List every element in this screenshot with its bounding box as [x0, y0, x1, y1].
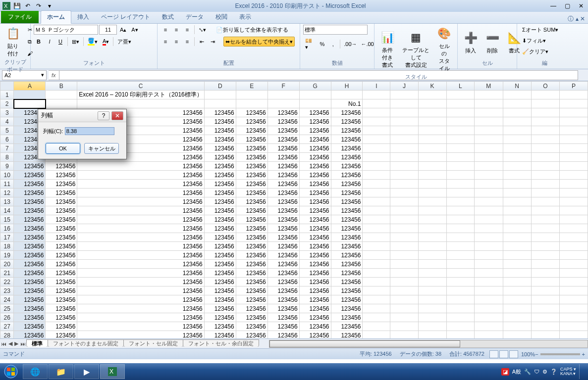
- row-header[interactable]: 11: [0, 180, 14, 189]
- cell[interactable]: 123456: [236, 251, 267, 260]
- cell[interactable]: 123456: [331, 144, 363, 153]
- cell[interactable]: 123456: [77, 322, 204, 331]
- cell[interactable]: [475, 135, 503, 144]
- tray-help-icon[interactable]: ❔: [550, 369, 557, 375]
- row-header[interactable]: 8: [0, 153, 14, 162]
- cell[interactable]: [503, 260, 531, 269]
- cell[interactable]: 123456: [14, 295, 46, 304]
- cell[interactable]: [363, 269, 390, 278]
- cell[interactable]: [531, 269, 559, 278]
- cell[interactable]: 123456: [331, 313, 363, 322]
- ime-badge-icon[interactable]: ◪: [501, 368, 509, 376]
- italic-button[interactable]: I: [45, 37, 54, 47]
- cell[interactable]: [390, 286, 418, 295]
- cell[interactable]: 123456: [267, 304, 299, 313]
- cell[interactable]: [390, 278, 418, 286]
- cell[interactable]: [418, 242, 446, 251]
- cell[interactable]: 123456: [236, 197, 267, 206]
- cell[interactable]: [390, 99, 418, 108]
- cell[interactable]: 123456: [46, 206, 77, 215]
- cell[interactable]: [531, 108, 559, 117]
- tab-page-layout[interactable]: ページ レイアウト: [95, 11, 156, 23]
- cell[interactable]: 123456: [236, 295, 267, 304]
- cell[interactable]: [531, 251, 559, 260]
- tab-file[interactable]: ファイル: [1, 11, 39, 23]
- cell[interactable]: [559, 304, 588, 313]
- cell[interactable]: [363, 126, 390, 135]
- align-middle-icon[interactable]: ≡: [171, 25, 181, 35]
- cell[interactable]: [531, 215, 559, 224]
- cell[interactable]: [236, 99, 267, 108]
- cell[interactable]: 123456: [267, 117, 299, 126]
- cell[interactable]: 123456: [299, 215, 331, 224]
- cell[interactable]: [390, 224, 418, 233]
- cell[interactable]: 123456: [331, 189, 363, 197]
- tab-view[interactable]: 表示: [233, 11, 257, 23]
- cell[interactable]: [446, 233, 475, 242]
- cell[interactable]: 123456: [14, 189, 46, 197]
- cell[interactable]: [503, 224, 531, 233]
- column-header[interactable]: A: [14, 82, 46, 91]
- cell[interactable]: [363, 215, 390, 224]
- cell[interactable]: 123456: [299, 286, 331, 295]
- cell[interactable]: [418, 224, 446, 233]
- cell[interactable]: 123456: [236, 286, 267, 295]
- column-header[interactable]: D: [204, 82, 236, 91]
- cell[interactable]: 123456: [236, 180, 267, 189]
- cell[interactable]: [475, 304, 503, 313]
- cell[interactable]: [559, 135, 588, 144]
- cell[interactable]: 123456: [14, 162, 46, 171]
- cell[interactable]: [446, 260, 475, 269]
- cell[interactable]: [503, 99, 531, 108]
- merge-center-button[interactable]: ⬌ セルを結合して中央揃え ▾: [223, 37, 295, 47]
- cell[interactable]: [390, 91, 418, 99]
- cell[interactable]: [559, 313, 588, 322]
- cell[interactable]: 123456: [299, 180, 331, 189]
- cell[interactable]: 123456: [267, 171, 299, 180]
- cell[interactable]: 123456: [46, 242, 77, 251]
- paste-button[interactable]: 📋 貼り付け: [3, 25, 23, 58]
- cell[interactable]: [531, 117, 559, 126]
- cell[interactable]: [503, 269, 531, 278]
- cell[interactable]: [559, 233, 588, 242]
- column-header[interactable]: O: [531, 82, 559, 91]
- cell[interactable]: [531, 313, 559, 322]
- row-header[interactable]: 9: [0, 162, 14, 171]
- cell[interactable]: [475, 278, 503, 286]
- cell[interactable]: 123456: [77, 189, 204, 197]
- cell[interactable]: [390, 153, 418, 162]
- cell[interactable]: [475, 144, 503, 153]
- row-header[interactable]: 14: [0, 206, 14, 215]
- cell[interactable]: [363, 286, 390, 295]
- cell[interactable]: [503, 171, 531, 180]
- cell[interactable]: 123456: [236, 331, 267, 339]
- cell[interactable]: 123456: [204, 313, 236, 322]
- taskbar-ie-icon[interactable]: 🌐: [23, 364, 48, 379]
- cell[interactable]: [363, 189, 390, 197]
- cell[interactable]: [46, 91, 77, 99]
- cell[interactable]: [390, 331, 418, 339]
- cell[interactable]: [531, 180, 559, 189]
- cell[interactable]: 123456: [331, 180, 363, 189]
- cell[interactable]: [446, 215, 475, 224]
- cell[interactable]: [475, 313, 503, 322]
- cell[interactable]: 123456: [299, 304, 331, 313]
- font-size-combo[interactable]: [99, 25, 117, 35]
- cell[interactable]: 123456: [267, 108, 299, 117]
- cell[interactable]: 123456: [299, 117, 331, 126]
- cell[interactable]: [531, 171, 559, 180]
- cell[interactable]: 123456: [299, 162, 331, 171]
- row-header[interactable]: 21: [0, 269, 14, 278]
- phonetic-icon[interactable]: ア亜▾: [115, 37, 133, 47]
- cell[interactable]: [531, 126, 559, 135]
- cell[interactable]: [418, 117, 446, 126]
- cell[interactable]: 123456: [299, 224, 331, 233]
- cell[interactable]: 123456: [299, 260, 331, 269]
- cell[interactable]: 123456: [236, 153, 267, 162]
- cell[interactable]: 123456: [267, 251, 299, 260]
- tab-home[interactable]: ホーム: [41, 10, 71, 24]
- cell[interactable]: [446, 206, 475, 215]
- cell[interactable]: [503, 322, 531, 331]
- cell[interactable]: 123456: [204, 108, 236, 117]
- cell[interactable]: [446, 197, 475, 206]
